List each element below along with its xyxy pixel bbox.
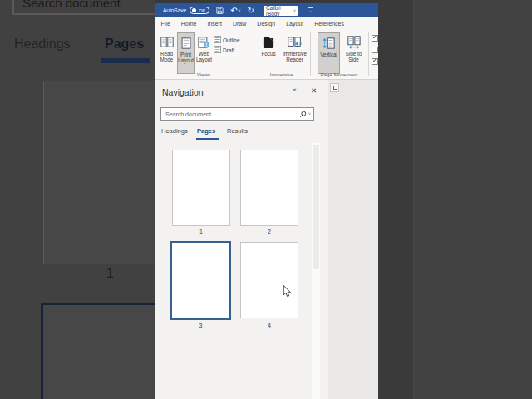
focus-icon — [258, 34, 279, 51]
screen: Search document Headings Pages 1 AutoSav… — [0, 0, 532, 399]
read-mode-button[interactable]: Read Mode — [156, 32, 177, 74]
toggle-knob — [192, 8, 196, 12]
nav-tab-results[interactable]: Results — [227, 127, 248, 135]
pane-close-icon[interactable]: ✕ — [311, 86, 317, 95]
bg-selected-page-thumbnail — [41, 303, 155, 399]
page-thumbnail-1[interactable] — [172, 150, 230, 226]
title-bar: AutoSave Off ↶ ˅ ↻ Calibri (Body ˅ ⌄ — [155, 3, 378, 17]
document-area[interactable] — [328, 80, 378, 399]
print-layout-icon — [178, 35, 194, 52]
group-separator — [368, 32, 369, 76]
outline-label: Outline — [223, 37, 240, 43]
font-selector[interactable]: Calibri (Body ˅ — [264, 6, 298, 16]
vertical-button[interactable]: Vertical — [318, 32, 340, 74]
font-selector-value: Calibri (Body — [266, 5, 293, 17]
tab-draw[interactable]: Draw — [227, 21, 251, 27]
side-to-side-button[interactable]: Side to Side — [341, 32, 367, 74]
background-right-light-strip — [413, 0, 532, 399]
page-margin-corner-icon — [330, 83, 339, 92]
bg-page-number: 1 — [106, 266, 114, 281]
undo-dropdown-icon[interactable]: ˅ — [239, 8, 241, 13]
focus-button[interactable]: Focus — [258, 32, 279, 74]
nav-tab-pages[interactable]: Pages — [197, 127, 215, 135]
search-dropdown-icon[interactable]: ˅ — [308, 111, 311, 116]
page-thumbnail-3-selected[interactable] — [170, 241, 231, 320]
page-movement-group-label: Page Movement — [311, 71, 367, 77]
navigation-pane: Navigation ⌄ ✕ Search document ˅ Heading… — [155, 80, 328, 399]
tab-file[interactable]: File — [155, 21, 175, 27]
tab-layout[interactable]: Layout — [281, 21, 309, 27]
check-icon: ✓ — [372, 34, 377, 41]
window-body: Navigation ⌄ ✕ Search document ˅ Heading… — [155, 80, 378, 399]
page-thumbnail-2[interactable] — [240, 150, 298, 226]
scrollbar-thumb[interactable] — [313, 145, 319, 269]
word-window: AutoSave Off ↶ ˅ ↻ Calibri (Body ˅ ⌄ — [155, 3, 378, 399]
outline-icon — [214, 36, 221, 44]
tab-references[interactable]: References — [309, 21, 350, 27]
draft-label: Draft — [223, 47, 234, 53]
side-to-side-label: Side to Side — [341, 51, 367, 62]
draft-button[interactable]: Draft — [214, 46, 234, 54]
tab-design[interactable]: Design — [252, 21, 281, 27]
group-separator — [310, 32, 311, 76]
save-icon[interactable] — [216, 7, 224, 14]
search-icon[interactable] — [299, 111, 307, 118]
page-number-2: 2 — [240, 229, 298, 234]
ribbon: Read Mode Print Layout — [155, 30, 378, 80]
undo-icon[interactable]: ↶ — [230, 7, 237, 15]
show-checkbox-3[interactable]: ✓ — [372, 58, 378, 65]
page-thumbnail-4[interactable] — [240, 242, 298, 318]
print-layout-button[interactable]: Print Layout — [177, 32, 195, 74]
focus-label: Focus — [258, 51, 279, 57]
side-to-side-icon — [341, 34, 367, 51]
bg-page-thumbnail — [43, 81, 155, 264]
page-number-3: 3 — [170, 323, 231, 328]
immersive-reader-icon — [280, 34, 309, 51]
bg-tab-headings: Headings — [14, 37, 71, 52]
outline-button[interactable]: Outline — [214, 36, 240, 44]
font-selector-chevron-icon: ˅ — [293, 8, 296, 13]
web-layout-label: Web Layout — [195, 51, 214, 62]
ribbon-tab-row: File Home Insert Draw Design Layout Refe… — [155, 17, 378, 30]
print-layout-label: Print Layout — [178, 52, 194, 63]
page-number-1: 1 — [172, 229, 230, 234]
autosave-toggle[interactable]: Off — [190, 7, 209, 14]
bg-tab-pages: Pages — [105, 37, 144, 52]
draft-icon — [214, 46, 221, 54]
pane-collapse-icon[interactable]: ⌄ — [291, 83, 298, 92]
mouse-cursor — [283, 285, 292, 301]
read-mode-label: Read Mode — [156, 51, 177, 62]
autosave-label: AutoSave — [163, 7, 186, 13]
bg-pages-underline — [101, 58, 150, 63]
vertical-label: Vertical — [318, 52, 339, 57]
group-separator — [254, 32, 254, 76]
show-checkbox-1[interactable]: ✓ — [372, 35, 378, 42]
pages-tab-underline — [196, 138, 219, 140]
navigation-pane-title: Navigation — [162, 87, 204, 97]
check-icon: ✓ — [372, 57, 377, 64]
views-group-label: Views — [156, 71, 251, 77]
search-placeholder: Search document — [161, 111, 299, 117]
autosave-state-label: Off — [199, 8, 204, 13]
background-left-panel: Search document Headings Pages 1 — [0, 0, 155, 399]
search-input[interactable]: Search document ˅ — [160, 107, 314, 121]
show-checkbox-2[interactable] — [372, 47, 378, 53]
quick-access-toolbar-icon[interactable]: ⌄ — [308, 7, 313, 13]
bg-search-text: Search document — [22, 0, 121, 10]
immersive-reader-label: Immersive Reader — [280, 51, 309, 62]
immersive-group-label: Immersive — [254, 71, 309, 77]
background-right-panel — [378, 0, 532, 399]
web-layout-icon — [195, 34, 214, 51]
web-layout-button[interactable]: Web Layout — [195, 32, 214, 74]
tab-insert[interactable]: Insert — [202, 21, 228, 27]
tab-home[interactable]: Home — [175, 21, 202, 27]
page-number-4: 4 — [240, 323, 298, 328]
vertical-icon — [318, 35, 339, 52]
immersive-reader-button[interactable]: Immersive Reader — [280, 32, 309, 74]
read-mode-icon — [156, 34, 177, 51]
nav-tab-headings[interactable]: Headings — [161, 127, 188, 135]
redo-icon[interactable]: ↻ — [248, 7, 254, 15]
pane-scrollbar[interactable] — [312, 143, 320, 399]
